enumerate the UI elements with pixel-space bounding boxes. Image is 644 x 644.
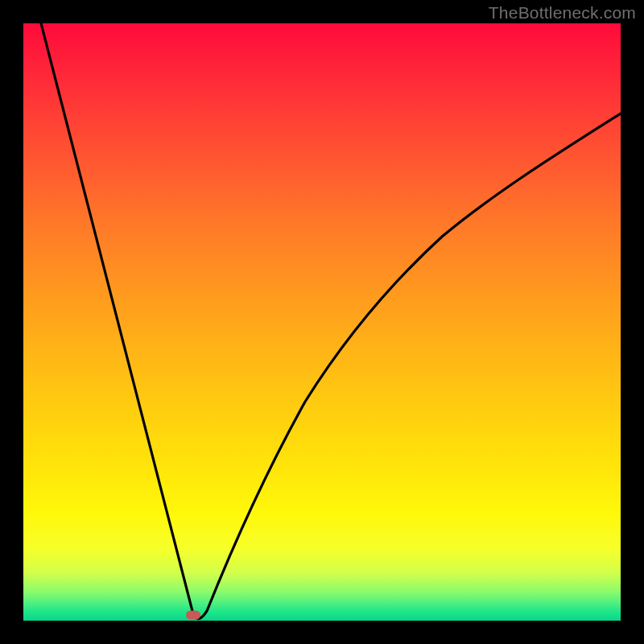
watermark-text: TheBottleneck.com xyxy=(489,3,636,23)
optimum-marker xyxy=(186,611,200,620)
chart-container: TheBottleneck.com xyxy=(0,0,644,644)
plot-area xyxy=(23,23,621,621)
